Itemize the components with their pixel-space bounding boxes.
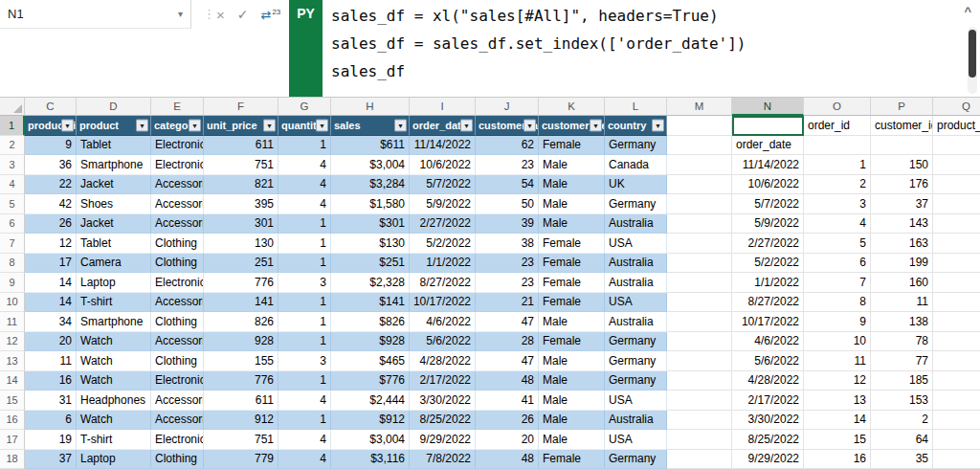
cell-N17[interactable]: 8/25/2022 (732, 430, 804, 450)
cell-E3[interactable]: Electronics (151, 155, 204, 175)
cell-L10[interactable]: USA (605, 293, 667, 313)
cell-Q4[interactable] (933, 175, 980, 195)
cell-Q1[interactable]: product_id (933, 116, 980, 136)
cell-K4[interactable]: Male (539, 175, 605, 195)
cell-C14[interactable]: 16 (25, 371, 77, 391)
cell-P12[interactable]: 78 (871, 332, 933, 352)
cell-Q14[interactable] (933, 371, 980, 391)
filter-button[interactable]: ▼ (652, 119, 664, 131)
cell-K15[interactable]: Male (539, 391, 605, 411)
filter-button[interactable]: ▼ (136, 119, 148, 131)
cell-C2[interactable]: 9 (25, 136, 77, 156)
cell-D13[interactable]: Watch (77, 351, 151, 371)
row-header-3[interactable]: 3 (0, 155, 25, 175)
cell-K10[interactable]: Female (539, 293, 605, 313)
cell-K1[interactable]: customer_gender▼ (539, 116, 605, 136)
cell-H10[interactable]: $141 (331, 293, 410, 313)
cell-L3[interactable]: Canada (605, 155, 667, 175)
cell-Q6[interactable] (933, 214, 980, 234)
cell-I11[interactable]: 4/6/2022 (410, 312, 476, 332)
cell-N14[interactable]: 4/28/2022 (732, 371, 804, 391)
row-header-2[interactable]: 2 (0, 136, 25, 156)
cell-G4[interactable]: 4 (278, 175, 331, 195)
cell-M1[interactable] (667, 116, 732, 136)
cell-N3[interactable]: 11/14/2022 (732, 155, 804, 175)
cell-H13[interactable]: $465 (331, 351, 410, 371)
cell-J17[interactable]: 20 (476, 430, 539, 450)
cell-F11[interactable]: 826 (204, 312, 278, 332)
cell-N9[interactable]: 1/1/2022 (732, 273, 804, 293)
cell-Q7[interactable] (933, 234, 980, 254)
cell-J11[interactable]: 47 (476, 312, 539, 332)
cell-I13[interactable]: 4/28/2022 (410, 351, 476, 371)
cell-P11[interactable]: 138 (871, 312, 933, 332)
cell-C12[interactable]: 20 (25, 332, 77, 352)
cell-G1[interactable]: quantity▼ (278, 116, 331, 136)
cell-O12[interactable]: 10 (804, 332, 871, 352)
cell-G15[interactable]: 4 (278, 391, 331, 411)
cell-H8[interactable]: $251 (331, 254, 410, 274)
row-header-13[interactable]: 13 (0, 351, 25, 371)
cell-F1[interactable]: unit_price▼ (204, 116, 278, 136)
formula-code-line[interactable]: sales_df = sales_df.set_index(['order_da… (331, 30, 955, 57)
column-header-F[interactable]: F (204, 98, 278, 116)
cell-I16[interactable]: 8/25/2022 (410, 411, 476, 431)
cell-D17[interactable]: T-shirt (77, 430, 151, 450)
cell-P3[interactable]: 150 (871, 155, 933, 175)
cell-G5[interactable]: 4 (278, 194, 331, 214)
cell-E8[interactable]: Clothing (151, 254, 204, 274)
cell-N16[interactable]: 3/30/2022 (732, 411, 804, 431)
column-header-D[interactable]: D (77, 98, 151, 116)
cell-C5[interactable]: 42 (25, 194, 77, 214)
row-header-5[interactable]: 5 (0, 194, 25, 214)
cell-N18[interactable]: 9/29/2022 (732, 450, 804, 469)
cell-D2[interactable]: Tablet (77, 136, 151, 156)
cell-M8[interactable] (667, 254, 732, 274)
cell-F13[interactable]: 155 (204, 351, 278, 371)
cell-M14[interactable] (667, 371, 732, 391)
cell-D4[interactable]: Jacket (77, 175, 151, 195)
cell-F9[interactable]: 776 (204, 273, 278, 293)
cell-K6[interactable]: Male (539, 214, 605, 234)
column-header-C[interactable]: C (25, 98, 77, 116)
cell-E1[interactable]: category▼ (151, 116, 204, 136)
cell-Q18[interactable] (933, 450, 980, 469)
cell-O13[interactable]: 11 (804, 351, 871, 371)
cell-Q2[interactable] (933, 136, 980, 156)
cell-M3[interactable] (667, 155, 732, 175)
cell-L8[interactable]: Australia (605, 254, 667, 274)
cell-D6[interactable]: Jacket (77, 214, 151, 234)
cell-K8[interactable]: Female (539, 254, 605, 274)
cell-G2[interactable]: 1 (278, 136, 331, 156)
cell-I1[interactable]: order_date▼ (410, 116, 476, 136)
formula-code-line[interactable]: sales_df = xl("sales[#All]", headers=Tru… (331, 2, 955, 30)
cell-F14[interactable]: 776 (204, 371, 278, 391)
cell-O5[interactable]: 3 (804, 194, 871, 214)
row-header-11[interactable]: 11 (0, 312, 25, 332)
cell-F16[interactable]: 912 (204, 411, 278, 431)
column-header-P[interactable]: P (871, 98, 933, 116)
cell-M2[interactable] (667, 136, 732, 156)
cell-K14[interactable]: Male (539, 371, 605, 391)
cell-I17[interactable]: 9/29/2022 (410, 430, 476, 450)
filter-button[interactable]: ▼ (316, 119, 328, 131)
cell-Q12[interactable] (933, 332, 980, 352)
cell-D7[interactable]: Tablet (77, 234, 151, 254)
cell-D3[interactable]: Smartphone (77, 155, 151, 175)
cell-P5[interactable]: 37 (871, 194, 933, 214)
cell-O8[interactable]: 6 (804, 254, 871, 274)
cell-N2[interactable]: order_date (732, 136, 804, 156)
cell-J1[interactable]: customer_age▼ (476, 116, 539, 136)
row-header-10[interactable]: 10 (0, 293, 25, 313)
cell-E15[interactable]: Accessories (151, 391, 204, 411)
cell-C15[interactable]: 31 (25, 391, 77, 411)
cell-C8[interactable]: 17 (25, 254, 77, 274)
cell-P7[interactable]: 163 (871, 234, 933, 254)
cell-D5[interactable]: Shoes (77, 194, 151, 214)
cell-I12[interactable]: 5/6/2022 (410, 332, 476, 352)
column-header-M[interactable]: M (667, 98, 732, 116)
filter-button[interactable]: ▼ (394, 119, 407, 131)
name-box-dropdown-icon[interactable]: ▾ (178, 9, 183, 19)
cell-G9[interactable]: 3 (278, 273, 331, 293)
cell-I6[interactable]: 2/27/2022 (410, 214, 476, 234)
